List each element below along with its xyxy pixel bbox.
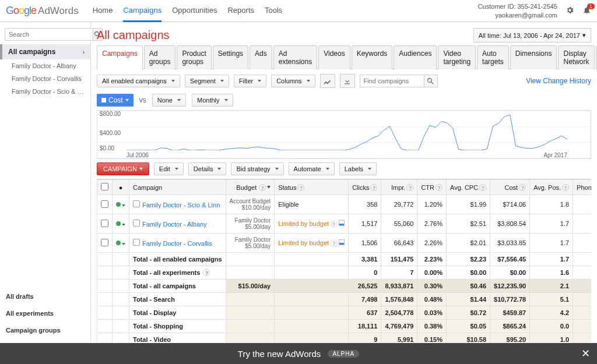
help-icon[interactable]: ?	[436, 184, 443, 191]
tab-videos[interactable]: Videos	[318, 45, 350, 69]
status-dropdown[interactable]	[121, 220, 125, 227]
help-icon[interactable]: ?	[203, 269, 210, 276]
tab-ad-extensions[interactable]: Ad extensions	[273, 45, 317, 69]
view-change-history-link[interactable]: View Change History	[526, 77, 591, 85]
help-icon[interactable]: ?	[331, 240, 337, 246]
close-icon[interactable]: ✕	[581, 347, 590, 360]
topbar: Google AdWords Home Campaigns Opportunit…	[0, 0, 597, 22]
automate-button[interactable]: Automate	[289, 162, 335, 175]
segment-button[interactable]: Segment	[185, 75, 229, 87]
tab-ad-groups[interactable]: Ad groups	[144, 45, 176, 69]
sidebar-experiments[interactable]: All experiments	[0, 303, 90, 320]
tab-audiences[interactable]: Audiences	[394, 45, 437, 69]
col-ctr[interactable]: CTR?	[417, 180, 447, 195]
status-dropdown[interactable]	[121, 201, 125, 208]
search-campaign-icon	[133, 220, 140, 227]
try-banner[interactable]: Try the new AdWords ALPHA ✕	[0, 343, 597, 364]
status-limited: Limited by budget?	[278, 239, 337, 246]
help-icon[interactable]: ?	[331, 221, 337, 227]
table-header-row: ● Campaign Budget? Status? Clicks? Impr.…	[97, 180, 592, 195]
tab-campaigns[interactable]: Campaigns	[97, 45, 143, 69]
table-row: Family Doctor - Scio & LinnAccount Budge…	[97, 195, 592, 214]
row-checkbox[interactable]	[101, 200, 108, 208]
col-cost[interactable]: Cost?	[490, 180, 530, 195]
date-range-button[interactable]: All time: Jul 13, 2006 - Apr 24, 2017 ▾	[473, 28, 591, 43]
help-icon[interactable]: ?	[519, 184, 526, 191]
chartlet-icon[interactable]	[339, 239, 345, 245]
col-budget-label: Budget	[236, 184, 257, 191]
budget-value: $10.00/day	[230, 204, 271, 211]
row-checkbox[interactable]	[101, 239, 108, 246]
sidebar-item[interactable]: Family Doctor - Albany	[0, 59, 90, 72]
total-row: Total - Display6372,504,7780.03%$0.72$45…	[97, 306, 592, 320]
row-checkbox[interactable]	[101, 220, 108, 227]
sidebar-item[interactable]: Family Doctor - Scio & Linn	[0, 85, 90, 98]
campaign-link[interactable]: Family Doctor - Albany	[142, 221, 207, 228]
granularity-dropdown[interactable]: Monthly	[192, 94, 233, 107]
columns-button[interactable]: Columns	[271, 75, 315, 87]
topnav-campaigns[interactable]: Campaigns	[123, 0, 161, 22]
tab-ads[interactable]: Ads	[250, 45, 272, 69]
campaign-link[interactable]: Family Doctor - Scio & Linn	[142, 202, 220, 208]
col-pos[interactable]: Avg. Pos.?	[530, 180, 573, 195]
customer-id: Customer ID: 355-241-2545	[478, 2, 557, 10]
help-icon[interactable]: ?	[297, 184, 304, 191]
sidebar-campaign-groups[interactable]: Campaign groups	[0, 320, 90, 337]
tab-dimensions[interactable]: Dimensions	[510, 45, 557, 69]
labels-button[interactable]: Labels	[339, 162, 377, 175]
find-campaigns-input[interactable]	[360, 75, 424, 87]
col-phone-label: Phone calls	[577, 184, 591, 191]
help-icon[interactable]: ?	[562, 184, 569, 191]
tab-display-network[interactable]: Display Network	[558, 45, 594, 69]
sidebar-all-campaigns[interactable]: All campaigns ›	[0, 44, 90, 59]
col-campaign[interactable]: Campaign	[129, 180, 226, 195]
tab-auto-targets[interactable]: Auto targets	[477, 45, 509, 69]
metric-secondary-pill[interactable]: None	[152, 94, 186, 107]
col-cpc[interactable]: Avg. CPC?	[447, 180, 490, 195]
chart-toggle-button[interactable]	[320, 74, 335, 88]
notifications[interactable]: 1	[582, 6, 591, 16]
bid-strategy-button[interactable]: Bid strategy	[231, 162, 283, 175]
sidebar-drafts[interactable]: All drafts	[0, 290, 90, 303]
help-icon[interactable]: ?	[370, 184, 377, 191]
col-impr[interactable]: Impr.?	[381, 180, 417, 195]
col-phone[interactable]: Phone calls?	[573, 180, 591, 195]
tab-product-groups[interactable]: Product groups	[177, 45, 211, 69]
topnav-opportunities[interactable]: Opportunities	[172, 0, 217, 22]
tab-keywords[interactable]: Keywords	[352, 45, 393, 69]
find-campaigns-button[interactable]	[424, 75, 438, 87]
edit-button[interactable]: Edit	[154, 162, 184, 175]
tab-video-targeting[interactable]: Video targeting	[438, 45, 476, 69]
sidebar-search-input[interactable]	[5, 28, 93, 41]
filter-button[interactable]: Filter	[234, 75, 266, 87]
gear-icon[interactable]	[566, 6, 574, 16]
col-clicks[interactable]: Clicks?	[349, 180, 381, 195]
total-row: Total - Search7,4981,576,8480.48%$1.44$1…	[97, 293, 592, 306]
col-impr-label: Impr.	[391, 184, 405, 191]
select-all-checkbox[interactable]	[101, 183, 108, 190]
logo[interactable]: Google AdWords	[6, 5, 79, 17]
tab-settings[interactable]: Settings	[213, 45, 248, 69]
help-icon[interactable]: ?	[406, 184, 413, 191]
details-button[interactable]: Details	[188, 162, 227, 175]
download-button[interactable]	[340, 74, 355, 88]
new-campaign-button[interactable]: CAMPAIGN	[97, 162, 149, 175]
topnav-reports[interactable]: Reports	[227, 0, 254, 22]
status-eligible: Eligible	[278, 201, 298, 208]
col-budget[interactable]: Budget?	[226, 180, 275, 195]
download-icon	[343, 77, 352, 86]
metric-primary-pill[interactable]: Cost	[97, 94, 134, 107]
campaign-link[interactable]: Family Doctor - Corvallis	[142, 240, 212, 247]
topnav-tools[interactable]: Tools	[265, 0, 282, 22]
col-checkbox[interactable]	[97, 180, 113, 195]
filter-all-enabled[interactable]: All enabled campaigns	[97, 75, 180, 87]
topnav-home[interactable]: Home	[93, 0, 113, 22]
status-dropdown[interactable]	[121, 239, 125, 246]
sidebar-item[interactable]: Family Doctor - Corvallis	[0, 72, 90, 85]
col-status-dot[interactable]: ●	[113, 180, 129, 195]
col-status[interactable]: Status?	[275, 180, 349, 195]
chartlet-icon[interactable]	[339, 220, 345, 226]
budget-value: $5.00/day	[230, 224, 271, 230]
help-icon[interactable]: ?	[259, 184, 266, 191]
help-icon[interactable]: ?	[479, 184, 486, 191]
